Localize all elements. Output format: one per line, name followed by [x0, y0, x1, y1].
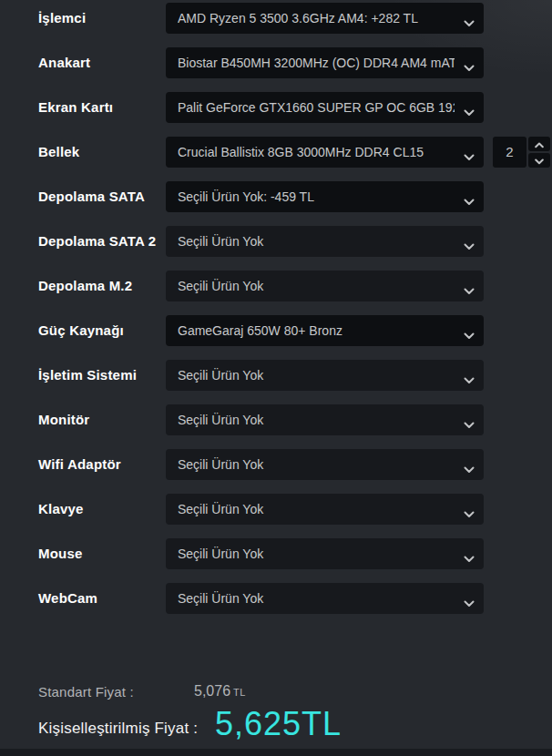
component-select[interactable]: Biostar B450MH 3200MHz (OC) DDR4 AM4 mAT… [166, 47, 484, 78]
component-label: Ekran Kartı [38, 92, 164, 123]
component-label: Wifi Adaptör [38, 449, 164, 480]
chevron-down-icon [464, 15, 475, 22]
component-label: Bellek [38, 137, 164, 168]
component-label: Klavye [38, 494, 164, 525]
component-row: Bellek Crucial Ballistix 8GB 3000MHz DDR… [0, 137, 552, 168]
chevron-down-icon [464, 372, 475, 379]
component-label: Monitör [38, 404, 164, 435]
component-row: İşlemci AMD Ryzen 5 3500 3.6GHz AM4: +28… [0, 3, 552, 34]
chevron-up-icon [535, 136, 544, 152]
chevron-down-icon [464, 282, 475, 290]
component-row: Klavye Seçili Ürün Yok [0, 494, 552, 525]
component-select[interactable]: Palit GeForce GTX1660 SUPER GP OC 6GB 19… [166, 92, 484, 123]
component-row: İşletim Sistemi Seçili Ürün Yok [0, 360, 552, 391]
component-select[interactable]: Seçili Ürün Yok [166, 449, 484, 480]
select-value: Seçili Ürün Yok [178, 494, 455, 525]
component-row: Wifi Adaptör Seçili Ürün Yok [0, 449, 552, 480]
quantity-increment-button[interactable] [528, 137, 550, 151]
standard-price-value: 5,076TL [194, 683, 246, 700]
component-label: Mouse [38, 538, 164, 569]
select-value: Seçili Ürün Yok [178, 360, 455, 391]
component-row: Monitör Seçili Ürün Yok [0, 404, 552, 435]
component-row: Anakart Biostar B450MH 3200MHz (OC) DDR4… [0, 47, 552, 78]
select-value: Seçili Ürün Yok [178, 404, 455, 435]
component-select[interactable]: Seçili Ürün Yok [166, 360, 484, 391]
select-value: AMD Ryzen 5 3500 3.6GHz AM4: +282 TL [178, 3, 455, 34]
select-value: Biostar B450MH 3200MHz (OC) DDR4 AM4 mAT… [178, 47, 455, 78]
component-row: Depolama SATA Seçili Ürün Yok: -459 TL [0, 181, 552, 212]
component-label: Depolama SATA [38, 181, 164, 212]
component-row: Depolama SATA 2 Seçili Ürün Yok [0, 226, 552, 257]
component-select[interactable]: Seçili Ürün Yok [166, 494, 484, 525]
component-select[interactable]: Seçili Ürün Yok [166, 538, 484, 569]
component-label: Anakart [38, 47, 164, 78]
component-select[interactable]: GameGaraj 650W 80+ Bronz [166, 315, 484, 346]
component-label: Depolama M.2 [38, 271, 164, 301]
chevron-down-icon [464, 59, 475, 66]
quantity-stepper: 2 [493, 137, 550, 168]
component-row: Güç Kaynağı GameGaraj 650W 80+ Bronz [0, 315, 552, 346]
component-select[interactable]: Seçili Ürün Yok [166, 226, 484, 257]
chevron-down-icon [464, 416, 475, 424]
quantity-decrement-button[interactable] [528, 153, 550, 168]
chevron-down-icon [464, 193, 475, 200]
chevron-down-icon [464, 550, 475, 557]
standard-price-currency: TL [233, 687, 246, 698]
select-value: Crucial Ballistix 8GB 3000MHz DDR4 CL15 [178, 137, 455, 168]
standard-price-amount: 5,076 [194, 683, 230, 699]
chevron-down-icon [464, 461, 475, 468]
component-select[interactable]: Seçili Ürün Yok [166, 404, 484, 435]
component-select[interactable]: Seçili Ürün Yok: -459 TL [166, 181, 484, 212]
select-value: Palit GeForce GTX1660 SUPER GP OC 6GB 19… [178, 92, 455, 123]
chevron-down-icon [464, 595, 475, 602]
select-value: GameGaraj 650W 80+ Bronz [178, 315, 455, 346]
component-rows: İşlemci AMD Ryzen 5 3500 3.6GHz AM4: +28… [0, 3, 552, 628]
select-value: Seçili Ürün Yok [178, 271, 455, 301]
select-value: Seçili Ürün Yok [178, 538, 455, 569]
chevron-down-icon [464, 327, 475, 334]
select-value: Seçili Ürün Yok: -459 TL [178, 181, 455, 212]
chevron-down-icon [464, 238, 475, 245]
select-value: Seçili Ürün Yok [178, 449, 455, 480]
component-select[interactable]: Seçili Ürün Yok [166, 271, 484, 301]
component-label: İşletim Sistemi [38, 360, 164, 391]
select-value: Seçili Ürün Yok [178, 226, 455, 257]
component-row: WebCam Seçili Ürün Yok [0, 583, 552, 614]
bottom-divider [0, 749, 552, 756]
component-select[interactable]: AMD Ryzen 5 3500 3.6GHz AM4: +282 TL [166, 3, 484, 34]
chevron-down-icon [464, 148, 475, 156]
chevron-down-icon [535, 152, 544, 169]
chevron-down-icon [464, 506, 475, 513]
component-label: İşlemci [38, 3, 164, 34]
custom-price-label: Kişiselleştirilmiş Fiyat : [38, 720, 198, 738]
component-select[interactable]: Seçili Ürün Yok [166, 583, 484, 614]
component-label: Depolama SATA 2 [38, 226, 164, 257]
quantity-value[interactable]: 2 [493, 137, 526, 168]
custom-price-value: 5,625TL [215, 707, 342, 741]
component-row: Ekran Kartı Palit GeForce GTX1660 SUPER … [0, 92, 552, 123]
standard-price-label: Standart Fiyat : [38, 684, 134, 700]
component-row: Depolama M.2 Seçili Ürün Yok [0, 271, 552, 301]
chevron-down-icon [464, 104, 475, 111]
component-label: WebCam [38, 583, 164, 614]
pc-builder-panel: İşlemci AMD Ryzen 5 3500 3.6GHz AM4: +28… [0, 0, 552, 756]
select-value: Seçili Ürün Yok [178, 583, 455, 614]
component-row: Mouse Seçili Ürün Yok [0, 538, 552, 569]
component-label: Güç Kaynağı [38, 315, 164, 346]
component-select[interactable]: Crucial Ballistix 8GB 3000MHz DDR4 CL15 [166, 137, 484, 168]
